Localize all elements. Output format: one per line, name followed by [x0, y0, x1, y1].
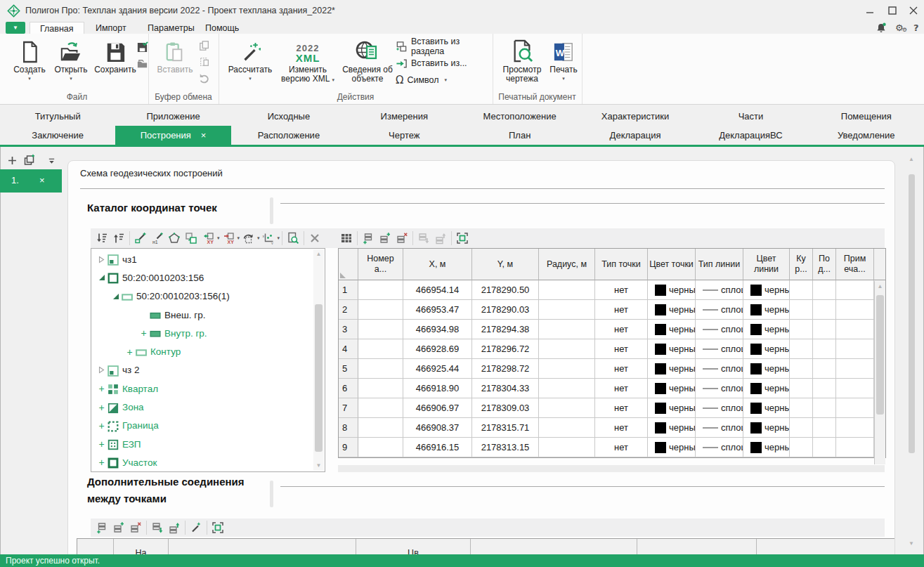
expander-plus-icon[interactable]: +: [96, 439, 108, 449]
cell-line-type[interactable]: сплошная: [696, 398, 743, 418]
calculate-button[interactable]: Рассчитать▾: [224, 38, 276, 81]
cell-kur[interactable]: [790, 300, 813, 320]
cell-y[interactable]: 2178313.15: [472, 438, 539, 457]
cell-point-number[interactable]: [358, 339, 403, 359]
cell-line-type[interactable]: сплошная: [696, 339, 743, 359]
cell-point-type[interactable]: нет: [595, 300, 648, 320]
delete-object-icon[interactable]: [306, 230, 323, 247]
cell-point-number[interactable]: [358, 438, 403, 457]
ribbon-tab-parameters[interactable]: Параметры: [138, 22, 204, 34]
move-row-up-icon[interactable]: [432, 230, 449, 247]
ribbon-tab-home[interactable]: Главная: [30, 22, 84, 34]
splitter-handle[interactable]: [270, 197, 273, 224]
section-tab-Расположение[interactable]: Расположение: [231, 126, 346, 145]
sort-ascending-icon[interactable]: [110, 230, 127, 247]
object-info-button[interactable]: Сведения обобъекте: [339, 38, 396, 84]
cell-point-number[interactable]: [358, 379, 403, 398]
move-row-down-icon[interactable]: [149, 519, 166, 536]
cell-radius[interactable]: [539, 300, 595, 320]
cell-line-color[interactable]: черный: [743, 359, 790, 379]
tree-item[interactable]: +Зона: [91, 398, 325, 416]
column-header[interactable]: Цвет линии: [743, 249, 790, 280]
cell-x[interactable]: 466916.15: [403, 438, 472, 457]
maximize-button[interactable]: [881, 2, 904, 19]
column-header[interactable]: Тип линии: [696, 249, 743, 280]
expander-plus-icon[interactable]: +: [96, 384, 108, 393]
cell-kur[interactable]: [790, 280, 813, 300]
cell-x[interactable]: 466908.37: [403, 418, 472, 438]
cell-point-color[interactable]: черный: [648, 359, 696, 379]
cell-x[interactable]: 466934.98: [403, 320, 472, 339]
coordinate-system-icon[interactable]: xy: [260, 230, 277, 247]
create-button[interactable]: Создать▾: [10, 38, 49, 81]
row-number[interactable]: 7: [339, 398, 358, 418]
section-tab-Титульный[interactable]: Титульный: [0, 107, 115, 126]
add-row-icon[interactable]: [360, 230, 377, 247]
export-coordinates-icon[interactable]: XY: [220, 230, 237, 247]
cell-pod[interactable]: [813, 418, 836, 438]
cell-point-color[interactable]: черный: [648, 379, 696, 398]
tree-item[interactable]: чз1: [91, 250, 325, 268]
file-menu-button[interactable]: ▼: [6, 22, 25, 34]
splitter-handle[interactable]: [270, 481, 273, 507]
auto-fill-icon[interactable]: [188, 519, 204, 536]
cell-point-color[interactable]: черный: [648, 398, 696, 418]
section-tab-Чертеж[interactable]: Чертеж: [346, 126, 462, 145]
tree-item[interactable]: +ЕЗП: [91, 435, 325, 453]
cell-note[interactable]: [836, 300, 874, 320]
help-icon[interactable]: ?: [913, 22, 919, 34]
cell-kur[interactable]: [790, 418, 813, 438]
duplicate-page-button[interactable]: [21, 152, 38, 169]
move-row-down-icon[interactable]: [415, 230, 432, 247]
expander-plus-icon[interactable]: +: [124, 347, 136, 357]
preview-scheme-icon[interactable]: [285, 230, 301, 247]
cell-radius[interactable]: [539, 418, 595, 438]
cell-point-color[interactable]: черный: [648, 418, 696, 438]
cell-point-type[interactable]: нет: [595, 438, 648, 457]
tree-scrollbar[interactable]: ▲ ▼: [313, 249, 324, 471]
insert-row-icon[interactable]: [377, 230, 393, 247]
row-number[interactable]: 3: [339, 320, 358, 339]
row-number[interactable]: 2: [339, 300, 358, 320]
section-tab-План[interactable]: План: [462, 126, 578, 145]
cell-pod[interactable]: [813, 379, 836, 398]
pages-menu-icon[interactable]: [45, 155, 58, 167]
cell-line-color[interactable]: черный: [743, 280, 790, 300]
row-number[interactable]: 9: [339, 438, 358, 457]
preview-drawing-button[interactable]: Просмотрчертежа: [497, 38, 547, 84]
connections-col-color[interactable]: Цв: [356, 539, 471, 556]
cell-point-type[interactable]: нет: [595, 379, 648, 398]
cell-point-type[interactable]: нет: [595, 418, 648, 438]
cell-x[interactable]: 466953.47: [403, 300, 472, 320]
cell-y[interactable]: 2178296.72: [472, 339, 539, 359]
expander-expanded-icon[interactable]: [110, 293, 122, 300]
cell-kur[interactable]: [790, 379, 813, 398]
section-tab-Исходные[interactable]: Исходные: [231, 107, 346, 126]
page-scrollbar[interactable]: ▲ ▼: [905, 153, 918, 550]
cell-line-color[interactable]: черный: [743, 379, 790, 398]
section-tab-Приложение[interactable]: Приложение: [115, 107, 230, 126]
row-number[interactable]: 8: [339, 418, 358, 438]
close-button[interactable]: [902, 2, 924, 19]
cell-note[interactable]: [836, 320, 874, 339]
cell-line-type[interactable]: сплошная: [696, 379, 743, 398]
cell-radius[interactable]: [539, 379, 595, 398]
tree-item[interactable]: чз 2: [91, 361, 325, 379]
expander-plus-icon[interactable]: +: [138, 328, 150, 338]
cell-point-color[interactable]: черный: [648, 438, 696, 457]
cell-point-number[interactable]: [358, 280, 403, 300]
cell-line-type[interactable]: сплошная: [696, 320, 743, 339]
open-button[interactable]: Открыть▾: [51, 38, 91, 81]
tree-item[interactable]: +Участок: [91, 453, 325, 471]
expander-plus-icon[interactable]: +: [96, 457, 108, 467]
cell-line-color[interactable]: черный: [743, 438, 790, 457]
column-header[interactable]: X, м: [403, 249, 472, 280]
print-button[interactable]: W Печать▾: [547, 38, 580, 81]
cell-line-type[interactable]: сплошная: [696, 418, 743, 438]
select-all-corner[interactable]: [339, 249, 358, 280]
expander-expanded-icon[interactable]: [96, 274, 108, 281]
cell-y[interactable]: 2178298.72: [472, 359, 539, 379]
section-tab-Уведомление[interactable]: Уведомление: [809, 126, 924, 145]
cell-line-type[interactable]: сплошная: [696, 300, 743, 320]
table-scrollbar[interactable]: ▲: [874, 281, 885, 464]
